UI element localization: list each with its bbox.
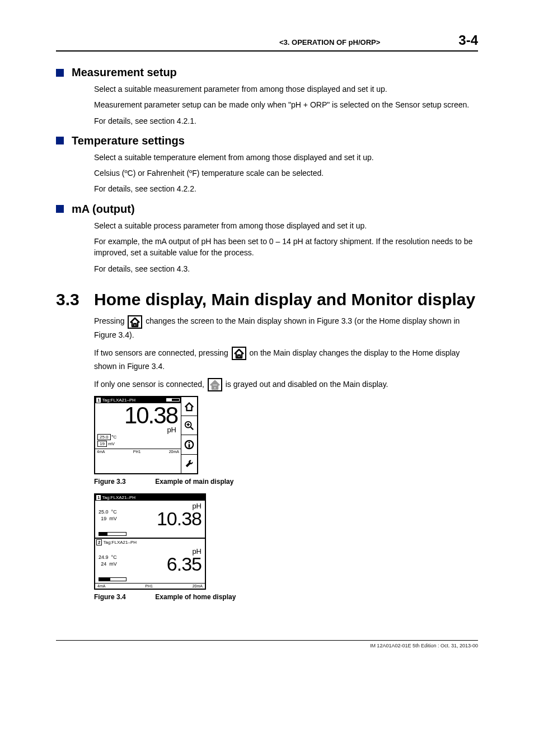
body-text: Select a suitable temperature element fr… bbox=[94, 152, 478, 163]
temp-value: 25.0 bbox=[99, 509, 109, 515]
scale-label: PH1 bbox=[145, 584, 153, 588]
body-text: Measurement parameter setup can be made … bbox=[94, 99, 478, 110]
home-display-figure: 1 Tag:FLXA21–PH 25.0 °C 19 mV pH 10.38 bbox=[94, 493, 206, 590]
header-section: <3. OPERATION OF pH/ORP> bbox=[279, 38, 380, 46]
svg-point-5 bbox=[189, 442, 190, 444]
scale-high: 20mA bbox=[169, 450, 179, 454]
body-text: Select a suitable measurement parameter … bbox=[94, 83, 478, 95]
tag-label: Tag:FLXA21–PH bbox=[103, 540, 137, 545]
temp-value: 24.9 bbox=[99, 554, 109, 560]
mv-value: 19 bbox=[97, 441, 107, 447]
sensor-number: 1 bbox=[96, 495, 101, 500]
bar-indicator bbox=[99, 532, 127, 536]
temp-unit: °C bbox=[111, 509, 117, 515]
figure-caption: Example of main display bbox=[155, 478, 233, 486]
heading-measurement: Measurement setup bbox=[72, 66, 177, 79]
home-icon bbox=[128, 315, 142, 329]
mv-unit: mV bbox=[108, 441, 115, 446]
temp-value: 25.0 bbox=[97, 434, 111, 440]
status-bars-icon bbox=[166, 398, 180, 402]
body-text: For details, see section 4.3. bbox=[94, 263, 478, 274]
bullet-icon bbox=[56, 205, 64, 213]
body-text: If only one sensor is connected, is gray… bbox=[94, 378, 478, 391]
wrench-icon bbox=[181, 455, 197, 473]
mv-unit: mV bbox=[109, 516, 117, 521]
home-icon bbox=[232, 347, 246, 360]
temp-unit: ºC bbox=[112, 435, 117, 440]
body-text: For details, see section 4.2.1. bbox=[94, 115, 478, 127]
scale-high: 20mA bbox=[193, 584, 203, 588]
body-text: For example, the mA output of pH has bee… bbox=[94, 236, 478, 259]
footer-text: IM 12A01A02-01E 5th Edition : Oct. 31, 2… bbox=[56, 641, 478, 648]
body-text: Pressing changes the screen to the Main … bbox=[94, 315, 478, 342]
heading-ma-output: mA (output) bbox=[72, 203, 135, 216]
scale-low: 4mA bbox=[97, 584, 105, 588]
scale-low: 4mA bbox=[97, 450, 105, 454]
scale-label: PH1 bbox=[133, 450, 141, 454]
tag-label: Tag:FLXA21–PH bbox=[102, 495, 135, 500]
page-number: 3-4 bbox=[458, 32, 478, 48]
body-text: For details, see section 4.2.2. bbox=[94, 183, 478, 194]
svg-rect-6 bbox=[189, 444, 190, 447]
figure-caption: Example of home display bbox=[155, 593, 236, 601]
bullet-icon bbox=[56, 137, 64, 144]
body-text: Select a suitable process parameter from… bbox=[94, 220, 478, 231]
section-title: Home display, Main display and Monitor d… bbox=[94, 290, 475, 310]
section-number: 3.3 bbox=[56, 290, 94, 309]
info-icon bbox=[181, 435, 197, 454]
home-icon bbox=[181, 397, 197, 416]
mv-value: 24 bbox=[101, 561, 106, 567]
sensor-number: 1 bbox=[96, 398, 101, 403]
main-display-figure: 1Tag:FLXA21–PH 10.38 pH 25.0ºC 19mV 4mA … bbox=[94, 396, 198, 474]
body-text: If two sensors are connected, pressing o… bbox=[94, 347, 478, 374]
value: 6.35 bbox=[117, 553, 202, 575]
sensor-number: 2 bbox=[96, 539, 102, 545]
heading-temperature: Temperature settings bbox=[72, 134, 185, 147]
temp-unit: °C bbox=[111, 554, 117, 560]
figure-label: Figure 3.4 bbox=[94, 593, 153, 601]
home-icon-disabled bbox=[208, 378, 222, 391]
svg-line-3 bbox=[191, 427, 194, 430]
mv-value: 19 bbox=[101, 516, 106, 521]
bullet-icon bbox=[56, 69, 64, 77]
value: 10.38 bbox=[117, 508, 202, 530]
body-text: Celsius (ºC) or Fahrenheit (ºF) temperat… bbox=[94, 167, 478, 179]
bar-indicator bbox=[99, 577, 127, 581]
zoom-icon bbox=[181, 416, 197, 435]
mv-unit: mV bbox=[109, 561, 117, 567]
main-value: 10.38 bbox=[95, 402, 181, 429]
figure-label: Figure 3.3 bbox=[94, 478, 153, 486]
